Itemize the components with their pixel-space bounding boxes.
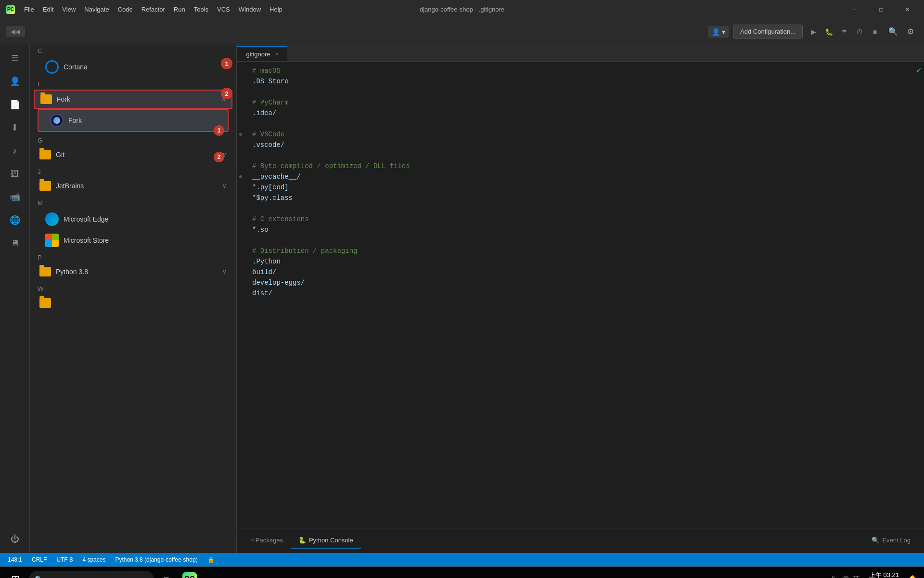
statusbar: 148:1 CRLF UTF-8 4 spaces Python 3.8 (dj…: [0, 553, 924, 566]
tray-network[interactable]: 🖧: [830, 576, 837, 578]
status-indent[interactable]: 4 spaces: [80, 556, 107, 563]
coverage-button[interactable]: ☂: [837, 25, 851, 39]
activity-globe[interactable]: 🌐: [5, 210, 25, 230]
git-folder-icon: [39, 150, 51, 159]
python-group-header[interactable]: Python 3.8 ∨: [34, 263, 232, 280]
tray-language[interactable]: 英: [853, 575, 860, 578]
fork-icon-inner: [53, 117, 60, 124]
maximize-button[interactable]: □: [870, 2, 892, 17]
validation-checkmark: ✓: [916, 66, 922, 75]
tab-bar: .gitignore ✕: [237, 44, 924, 62]
activity-video[interactable]: 📹: [5, 187, 25, 207]
close-button[interactable]: ✕: [896, 2, 918, 17]
menu-run[interactable]: Run: [170, 4, 189, 15]
profile-button[interactable]: ⏱: [853, 25, 866, 39]
toolbar: ◀◀ 👤 ▾ Add Configuration... ▶ 🐛 ☂ ⏱ ■ 🔍 …: [0, 19, 924, 44]
sidebar-item-store[interactable]: Microsoft Store: [34, 230, 232, 251]
jetbrains-group: JetBrains ∨: [34, 177, 232, 195]
sidebar: C Cortana F Fork ∧ Fork 1: [30, 44, 237, 553]
menu-file[interactable]: File: [20, 4, 38, 15]
gutter-mark-13: [237, 193, 244, 203]
pycharm-icon: PC: [182, 572, 197, 578]
tab-gitignore[interactable]: .gitignore ✕: [237, 46, 287, 61]
python-console-icon: 🐍: [298, 537, 306, 544]
activity-person[interactable]: 👤: [5, 71, 25, 92]
python-folder-icon: [39, 267, 51, 276]
dropdown-arrow: ▾: [722, 28, 725, 36]
w-folder-icon: [39, 298, 51, 308]
minimize-button[interactable]: ─: [844, 2, 866, 17]
gutter-mark-6: [237, 118, 244, 129]
clock[interactable]: 上午 03:21 2021/04/23: [865, 571, 903, 578]
jetbrains-folder-icon: [39, 181, 51, 191]
sidebar-item-cortana[interactable]: Cortana: [34, 56, 232, 78]
gutter-mark-8: [237, 140, 244, 150]
activity-music[interactable]: ♪: [5, 141, 25, 161]
activity-image[interactable]: 🖼: [5, 164, 25, 184]
status-eol[interactable]: CRLF: [30, 556, 49, 563]
python-console-tab[interactable]: 🐍 Python Console: [291, 533, 361, 549]
jetbrains-group-header[interactable]: JetBrains ∨: [34, 177, 232, 195]
taskview-button[interactable]: ⧉: [156, 569, 177, 578]
clock-time: 上午 03:21: [869, 571, 899, 578]
menu-code[interactable]: Code: [114, 4, 137, 15]
packages-tab[interactable]: n Packages: [243, 533, 291, 549]
section-g: G: [30, 134, 236, 146]
menu-tools[interactable]: Tools: [190, 4, 212, 15]
taskbar-search[interactable]: 🔍: [29, 571, 154, 578]
fork-group-name: Fork: [57, 95, 217, 103]
section-w: W: [30, 282, 236, 294]
menu-help[interactable]: Help: [266, 4, 286, 15]
activity-download[interactable]: ⬇: [5, 118, 25, 138]
titlebar: PC File Edit View Navigate Code Refactor…: [0, 0, 924, 19]
menu-vcs[interactable]: VCS: [213, 4, 234, 15]
menu-view[interactable]: View: [58, 4, 79, 15]
python-chevron: ∨: [222, 268, 227, 275]
badge-2-overlay: 2: [214, 152, 224, 162]
activity-power[interactable]: ⏻: [5, 529, 25, 549]
status-encoding[interactable]: UTF-8: [54, 556, 75, 563]
status-line-col[interactable]: 148:1: [6, 556, 24, 563]
menu-refactor[interactable]: Refactor: [138, 4, 169, 15]
git-group-header[interactable]: Git ∨: [34, 146, 232, 163]
w-group-header[interactable]: [34, 294, 232, 312]
activity-remote[interactable]: 🖥: [5, 233, 25, 253]
gutter-mark-7: [237, 129, 244, 140]
store-icon: [45, 234, 59, 247]
run-button[interactable]: ▶: [807, 25, 820, 39]
sidebar-item-edge[interactable]: Microsoft Edge: [34, 209, 232, 230]
user-profile-button[interactable]: 👤 ▾: [708, 26, 729, 38]
sidebar-item-fork[interactable]: Fork: [38, 109, 229, 132]
fork-app-icon: [50, 114, 64, 127]
taskbar-pycharm[interactable]: PC: [179, 569, 200, 578]
activity-file[interactable]: 📄: [5, 94, 25, 115]
window-title: django-coffee-shop - .gitignore: [420, 6, 504, 13]
activity-hamburger[interactable]: ☰: [5, 48, 25, 68]
taskbar-right: 🖧 🔊 英 上午 03:21 2021/04/23 🔔: [826, 570, 924, 578]
settings-toolbar-button[interactable]: ⚙: [903, 24, 918, 39]
tab-close-button[interactable]: ✕: [274, 51, 280, 58]
tray-volume[interactable]: 🔊: [841, 576, 849, 578]
fork-group-header[interactable]: Fork ∧: [34, 90, 232, 109]
menu-navigate[interactable]: Navigate: [80, 4, 113, 15]
packages-label: n Packages: [250, 537, 283, 544]
debug-button[interactable]: 🐛: [822, 25, 835, 39]
toolbar-left: ◀◀: [6, 26, 704, 37]
event-log-tab[interactable]: 🔍 Event Log: [864, 533, 918, 549]
fork-app-label: Fork: [68, 117, 82, 124]
status-interpreter[interactable]: Python 3.8 (django-coffee-shop): [113, 556, 199, 563]
menu-edit[interactable]: Edit: [39, 4, 57, 15]
menu-window[interactable]: Window: [235, 4, 265, 15]
search-toolbar-button[interactable]: 🔍: [886, 24, 901, 39]
edge-label: Microsoft Edge: [64, 215, 108, 223]
notification-button[interactable]: 🔔: [905, 570, 920, 578]
section-p: P: [30, 251, 236, 263]
add-configuration-button[interactable]: Add Configuration...: [733, 25, 803, 39]
start-button[interactable]: ⊞: [4, 568, 27, 578]
editor-scrollbar[interactable]: ✓: [918, 62, 924, 528]
code-editor[interactable]: # macOS .DS_Store # PyCharm .idea/ # VSC…: [244, 62, 918, 528]
activity-bar: ☰ 👤 📄 ⬇ ♪ 🖼 📹 🌐 🖥 ⏻: [0, 44, 30, 553]
stop-button[interactable]: ■: [868, 25, 882, 39]
store-label: Microsoft Store: [64, 236, 109, 244]
gutter-mark-1: [237, 66, 244, 76]
